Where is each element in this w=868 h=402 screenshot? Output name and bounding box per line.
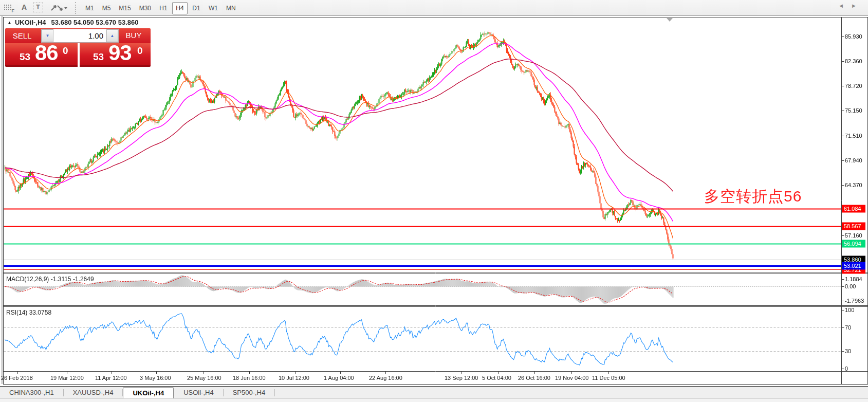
tab-scroll-left-icon[interactable]: ◄ — [838, 3, 851, 9]
one-click-trade-panel: SELL ▼ ▲ BUY 53 86 0 53 93 0 — [5, 28, 151, 67]
indicator-tick-label: -1.7963 — [845, 298, 864, 304]
indicator-tick-label: 1.1884 — [845, 276, 862, 282]
symbol-name: UKOil-,H4 — [15, 19, 46, 26]
tab-separator — [274, 389, 275, 396]
collapse-triangle-icon[interactable]: ▲ — [7, 20, 12, 25]
mt4-terminal: F A T M1M5M15M30H1H4D1W1MN ▲UKOil-,H453.… — [0, 0, 868, 402]
chart-tab-china300h1[interactable]: CHINA300-,H1 — [0, 387, 63, 398]
date-tick-label: 11 Dec 05:00 — [592, 375, 625, 381]
price-tick-label: 71.510 — [845, 133, 862, 139]
timeframe-button-h1[interactable]: H1 — [156, 2, 171, 14]
volume-input[interactable] — [53, 29, 106, 42]
quote-row: 53 86 0 53 93 0 — [5, 43, 151, 67]
cursor-arrows-icon[interactable] — [49, 3, 68, 12]
timeframe-button-mn[interactable]: MN — [223, 2, 239, 14]
chart-tab-xauusdh4[interactable]: XAUUSD-,H4 — [64, 387, 123, 398]
chart-shift-grid-icon[interactable]: F — [4, 4, 14, 12]
date-tick-label: 1 Aug 04:00 — [324, 375, 354, 381]
date-tick-label: 22 Aug 16:00 — [369, 375, 402, 381]
text-label-icon[interactable]: A — [20, 3, 29, 11]
date-tick-label: 19 Nov 04:00 — [555, 375, 588, 381]
chinese-annotation: 多空转折点56 — [704, 186, 802, 207]
indicator-tick-label: 0 — [845, 366, 848, 372]
macd-label: MACD(12,26,9) -1.3115 -1.2649 — [6, 276, 94, 283]
buy-price-small: 53 — [93, 51, 104, 63]
price-tick-label: 85.930 — [845, 33, 862, 40]
buy-quote[interactable]: 53 93 0 — [80, 43, 151, 67]
price-tick-label: 67.940 — [845, 157, 862, 163]
date-tick-label: 26 Oct 16:00 — [518, 375, 550, 381]
sell-button[interactable]: SELL — [5, 31, 39, 40]
indicator-tick-label: 30 — [845, 348, 851, 354]
price-tick-label: 78.720 — [845, 83, 862, 89]
price-tick-label: 57.160 — [845, 232, 862, 239]
price-badge-58.567: 58.567 — [842, 223, 865, 230]
chart-tab-usoilh4[interactable]: USOil-,H4 — [174, 387, 223, 398]
chart-tab-ukoilh4[interactable]: UKOil-,H4 — [123, 387, 174, 398]
status-bar — [0, 398, 868, 402]
timeframe-button-m5[interactable]: M5 — [99, 2, 115, 14]
rsi-label: RSI(14) 33.0758 — [6, 309, 51, 316]
date-tick-label: 10 Jul 12:00 — [279, 375, 309, 381]
sell-quote[interactable]: 53 86 0 — [5, 43, 78, 67]
indicator-tick-label: 70 — [845, 324, 851, 331]
tab-scroll-right-icon[interactable]: ► — [851, 3, 864, 9]
chart-tab-sp500h4[interactable]: SP500-,H4 — [224, 387, 275, 398]
buy-button[interactable]: BUY — [117, 31, 151, 40]
timeframe-button-w1[interactable]: W1 — [205, 2, 221, 14]
sell-price-small: 53 — [20, 51, 30, 63]
price-tick-label: 75.150 — [845, 107, 862, 114]
date-tick-label: 19 Mar 12:00 — [50, 375, 84, 381]
chart-title: ▲UKOil-,H453.680 54.050 53.670 53.860 — [7, 19, 138, 26]
macd-value-1: -1.3115 — [51, 276, 71, 283]
timeframe-button-d1[interactable]: D1 — [189, 2, 204, 14]
sell-price-big: 86 — [35, 41, 58, 65]
timeframe-buttons: M1M5M15M30H1H4D1W1MN — [81, 1, 240, 15]
date-tick-label: 26 Feb 2018 — [1, 375, 33, 381]
tab-scroll-arrows[interactable]: ◄► — [838, 3, 864, 9]
grid-dots — [4, 4, 12, 10]
buy-price-sup: 0 — [137, 45, 143, 57]
price-tick-label: 82.360 — [845, 58, 862, 64]
timeframe-button-m1[interactable]: M1 — [82, 2, 98, 14]
date-tick-label: 18 Jun 16:00 — [233, 375, 266, 381]
indicator-tick-label: 100 — [845, 307, 854, 313]
timeframe-button-m15[interactable]: M15 — [115, 2, 134, 14]
window-frame-edge — [1, 16, 3, 384]
chart-tab-bar: CHINA300-,H1XAUUSD-,H4UKOil-,H4USOil-,H4… — [0, 386, 868, 398]
rsi-name: RSI(14) — [6, 309, 27, 316]
last-bar-marker-icon[interactable] — [667, 18, 673, 22]
price-tick-label: 64.370 — [845, 182, 862, 188]
price-badge-53.021: 53.021 — [842, 262, 865, 270]
toolbar-separator — [75, 2, 78, 14]
price-badge-56.094: 56.094 — [842, 240, 865, 248]
arrows-glyph — [49, 3, 68, 12]
date-tick-label: 3 May 16:00 — [140, 375, 171, 381]
buy-price-big: 93 — [108, 41, 132, 65]
grid-f-letter: F — [12, 8, 15, 13]
date-tick-label: 25 May 16:00 — [187, 375, 221, 381]
ohlc-values: 53.680 54.050 53.670 53.860 — [51, 19, 139, 26]
rsi-value: 33.0758 — [29, 309, 51, 316]
indicator-tick-label: 0.00 — [845, 283, 856, 289]
top-toolbar: F A T M1M5M15M30H1H4D1W1MN — [0, 0, 868, 16]
macd-name: MACD(12,26,9) — [6, 276, 49, 283]
macd-value-2: -1.2649 — [73, 276, 94, 283]
timeframe-button-h4[interactable]: H4 — [172, 2, 188, 14]
timeframe-button-m30[interactable]: M30 — [136, 2, 155, 14]
text-box-icon[interactable]: T — [33, 3, 43, 12]
date-tick-label: 13 Sep 12:00 — [445, 375, 478, 381]
date-tick-label: 11 Apr 12:00 — [95, 375, 127, 381]
date-tick-label: 5 Oct 04:00 — [482, 375, 511, 381]
sell-price-sup: 0 — [63, 45, 68, 57]
price-badge-61.084: 61.084 — [842, 205, 865, 213]
